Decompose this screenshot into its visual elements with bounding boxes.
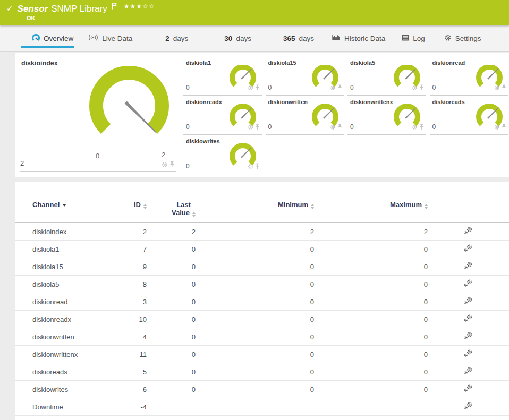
status-badge: OK	[27, 15, 36, 21]
cell-minimum: 0	[196, 258, 314, 276]
channel-settings-icon[interactable]	[464, 349, 473, 359]
tab-overview[interactable]: Overview	[31, 25, 74, 51]
tab-2-days[interactable]: 2 days	[164, 25, 189, 51]
column-header-value-label: Value	[172, 209, 190, 217]
gauge-tile: diskiola1 0	[183, 56, 262, 96]
gauge-title: diskiola1	[186, 59, 211, 66]
cell-maximum: 0	[314, 293, 428, 311]
channel-settings-icon[interactable]	[464, 367, 473, 376]
tile-pin-icon[interactable]	[419, 123, 424, 132]
channel-settings-icon[interactable]	[464, 384, 473, 394]
tab-2-days-number: 2	[165, 35, 169, 42]
column-header-id-label: ID	[134, 201, 141, 209]
tile-gear-icon[interactable]	[162, 160, 168, 170]
table-row: diskionwritten 4 0 0 0	[15, 328, 509, 346]
column-header-maximum[interactable]: Maximum	[314, 198, 428, 223]
gauge-tile: diskionwrittenx 0	[347, 95, 426, 135]
column-header-last-value[interactable]: Last Value	[147, 198, 196, 223]
column-header-id[interactable]: ID	[121, 198, 147, 223]
tile-pin-icon[interactable]	[502, 83, 506, 93]
cell-minimum: 2	[196, 223, 314, 241]
tile-gear-icon[interactable]	[248, 123, 253, 132]
column-header-channel[interactable]: Channel	[15, 198, 121, 223]
gauge-value: 0	[268, 84, 272, 91]
priority-stars[interactable]: ★★★☆☆	[124, 3, 155, 10]
cell-last-value: 0	[147, 276, 196, 293]
cell-last-value	[147, 398, 196, 416]
cell-last-value: 0	[147, 328, 196, 346]
tile-pin-icon[interactable]	[502, 123, 506, 132]
gauge-title: diskiola5	[350, 59, 375, 66]
cell-channel: diskioindex	[15, 223, 121, 241]
cell-last-value: 0	[147, 381, 196, 398]
channel-settings-icon[interactable]	[464, 314, 473, 324]
channel-table: Channel ID Last Value Minimum Maximum	[15, 198, 509, 416]
cell-channel: diskionwrittenx	[15, 346, 121, 363]
column-header-maximum-label: Maximum	[390, 201, 422, 209]
channel-settings-icon[interactable]	[464, 244, 473, 254]
tile-gear-icon[interactable]	[330, 123, 336, 132]
channel-settings-icon[interactable]	[464, 227, 473, 236]
channel-settings-icon[interactable]	[464, 297, 473, 306]
cell-last-value: 0	[147, 363, 196, 381]
broadcast-icon	[88, 34, 98, 42]
tile-gear-icon[interactable]	[412, 83, 418, 93]
tile-pin-icon[interactable]	[337, 123, 342, 132]
table-row: diskiola1 7 0 0 0	[15, 241, 509, 258]
tab-settings[interactable]: Settings	[443, 25, 482, 51]
table-row: Downtime -4	[15, 398, 509, 416]
cell-last-value: 0	[147, 311, 196, 328]
tab-365-days-number: 365	[283, 35, 295, 42]
tile-gear-icon[interactable]	[330, 83, 336, 93]
cell-channel: diskiowrites	[15, 381, 121, 398]
log-list-icon	[402, 35, 409, 42]
tab-historic-data[interactable]: Historic Data	[331, 25, 386, 51]
gear-icon	[444, 34, 452, 43]
tab-2-days-label: days	[173, 35, 189, 42]
channel-settings-icon[interactable]	[464, 402, 473, 412]
sort-icon	[425, 204, 428, 209]
gauge-tile: diskiowrites 0	[183, 134, 262, 174]
tile-gear-icon[interactable]	[248, 83, 253, 93]
tab-365-days[interactable]: 365 days	[282, 25, 315, 51]
channel-settings-icon[interactable]	[464, 262, 473, 271]
tile-pin-icon[interactable]	[419, 83, 424, 93]
gauge-value: 0	[186, 123, 190, 131]
column-header-channel-label: Channel	[32, 201, 60, 209]
gauge-value: 0	[186, 84, 190, 91]
tab-30-days[interactable]: 30 days	[223, 25, 252, 51]
tile-pin-icon[interactable]	[169, 160, 175, 170]
sort-icon	[143, 204, 147, 209]
tile-pin-icon[interactable]	[255, 83, 260, 93]
channel-settings-icon[interactable]	[464, 332, 473, 341]
channel-table-panel: Channel ID Last Value Minimum Maximum	[15, 182, 509, 420]
tile-pin-icon[interactable]	[255, 162, 260, 172]
cell-channel: diskiola1	[15, 241, 121, 258]
tile-gear-icon[interactable]	[412, 123, 418, 132]
cell-id: 6	[121, 381, 147, 398]
gauge-scale-max: 2	[162, 151, 165, 159]
tile-pin-icon[interactable]	[255, 123, 260, 132]
tab-log[interactable]: Log	[401, 25, 426, 51]
table-row: diskioindex 2 2 2 2	[15, 223, 509, 241]
flag-icon[interactable]	[112, 2, 117, 12]
gauge-value: 0	[432, 84, 436, 91]
gauge-value: 0	[268, 123, 272, 131]
column-header-minimum-label: Minimum	[278, 201, 308, 209]
cell-maximum: 0	[314, 311, 428, 328]
gauge-title: diskiola15	[268, 59, 296, 66]
tile-gear-icon[interactable]	[248, 162, 253, 172]
channel-settings-icon[interactable]	[464, 279, 473, 289]
cell-minimum: 0	[196, 346, 314, 363]
tab-historic-data-label: Historic Data	[344, 35, 385, 42]
gauge-title: diskioindex	[21, 59, 58, 67]
tile-pin-icon[interactable]	[337, 83, 342, 93]
tab-live-data[interactable]: Live Data	[87, 25, 133, 51]
tile-gear-icon[interactable]	[494, 83, 500, 93]
tile-gear-icon[interactable]	[494, 123, 500, 132]
stars-empty: ☆☆	[142, 3, 155, 10]
cell-last-value: 0	[147, 293, 196, 311]
cell-id: 4	[121, 328, 147, 346]
gauge-value: 0	[186, 162, 190, 170]
column-header-minimum[interactable]: Minimum	[196, 198, 314, 223]
